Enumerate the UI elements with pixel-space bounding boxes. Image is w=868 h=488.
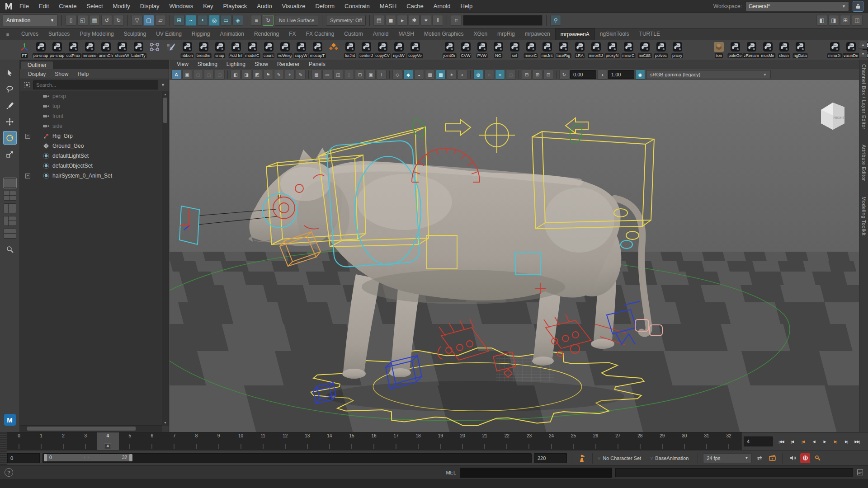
viewport-menu-view[interactable]: View (172, 61, 193, 67)
outliner-menu-display[interactable]: Display (24, 71, 49, 77)
menu-edit[interactable]: Edit (34, 3, 54, 9)
shelf-button-clean[interactable]: clean (776, 41, 792, 60)
select-tool[interactable] (3, 66, 17, 80)
script-editor-icon[interactable] (857, 469, 863, 476)
resolution-gate-icon[interactable]: ◫ (333, 70, 343, 80)
construction-history-icon[interactable]: ↻ (263, 15, 274, 26)
outliner-item-ground_geo[interactable]: Ground_Geo (20, 141, 162, 151)
shadows-icon[interactable]: ◐ (458, 70, 467, 80)
menu-audio[interactable]: Audio (252, 3, 277, 9)
menu-set-dropdown[interactable]: Animation▼ (3, 14, 58, 26)
step-forward-key-button[interactable]: ▶| (830, 436, 841, 446)
camera-attributes-icon[interactable]: ◧ (231, 70, 241, 80)
shelf-tab-uv-editing[interactable]: UV Editing (151, 28, 187, 40)
outliner-menu-help[interactable]: Help (74, 71, 92, 77)
shelf-button-animch[interactable]: animCh (98, 41, 114, 60)
chevron-down-icon[interactable]: ▼ (161, 83, 165, 87)
smooth-shade-icon[interactable]: ◆ (403, 70, 413, 80)
shelf-tab-xgen[interactable]: XGen (468, 28, 492, 40)
toggle-modeling-toolkit-icon[interactable]: ◧ (816, 15, 827, 26)
shelf-button-furjnt[interactable]: furJnt (342, 41, 358, 60)
time-slider-grip[interactable] (0, 432, 7, 450)
step-back-key-button[interactable]: |◀ (797, 436, 808, 446)
frame-selected-icon[interactable]: ▢ (193, 70, 203, 80)
annotate-icon[interactable]: ✎ (296, 70, 306, 80)
step-forward-frame-button[interactable]: ▶| (841, 436, 852, 446)
select-object-icon[interactable]: ▢ (143, 15, 154, 26)
gate-mask-icon[interactable]: ▯ (344, 70, 354, 80)
menu-constrain[interactable]: Constrain (340, 3, 375, 9)
shelf-tab-rigging[interactable]: Rigging (187, 28, 215, 40)
character-set-icon[interactable] (577, 453, 587, 463)
play-forwards-button[interactable]: ▶ (819, 436, 830, 446)
textured-icon[interactable]: ▩ (425, 70, 435, 80)
viewport-menu-panels[interactable]: Panels (304, 61, 330, 67)
menu-deform[interactable]: Deform (310, 3, 340, 9)
grid-icon[interactable]: ▦ (311, 70, 321, 80)
playblast-icon[interactable] (767, 453, 777, 463)
help-icon[interactable]: ? (5, 468, 13, 477)
snap-point-icon[interactable]: • (197, 15, 208, 26)
pan-zoom-icon[interactable]: + (285, 70, 295, 80)
shelf-button-mocapt[interactable]: mocapT (309, 41, 326, 60)
toggle-attribute-editor-icon[interactable]: ⊞ (840, 15, 851, 26)
shelf-button-ft[interactable]: FT (16, 41, 33, 60)
step-back-frame-button[interactable]: |◀ (787, 436, 797, 446)
shelf-button-pvw[interactable]: PVW (474, 41, 490, 60)
shelf-button-ribbon[interactable]: ribbon (179, 41, 195, 60)
exposure-icon[interactable]: ↻ (559, 70, 569, 80)
expand-icon[interactable]: + (25, 134, 30, 139)
shelf-tab-surfaces[interactable]: Surfaces (43, 28, 75, 40)
zoom-tool-icon[interactable] (6, 246, 14, 253)
hypershade-persp-layout-button[interactable] (4, 229, 16, 239)
hud-icon[interactable]: T (377, 70, 387, 80)
open-render-view-icon[interactable]: ▤ (373, 15, 384, 26)
range-bar-grip[interactable] (0, 450, 7, 465)
shelf-button-gridnodes[interactable] (146, 41, 163, 60)
motion-blur-icon[interactable]: ◌ (484, 70, 494, 80)
menu-windows[interactable]: Windows (164, 3, 198, 9)
right-tab-modeling-toolkit[interactable]: Modeling Toolkit (861, 197, 867, 236)
menu-cache[interactable]: Cache (401, 3, 429, 9)
select-by-name-icon[interactable]: ⌗ (451, 15, 462, 26)
shelf-button-ng[interactable]: NG (490, 41, 506, 60)
shelf-button-rigdata[interactable]: rigData (792, 41, 808, 60)
select-by-name-input[interactable] (463, 15, 542, 26)
shelf-tab-sculpting[interactable]: Sculpting (119, 28, 151, 40)
scroll-down-icon[interactable]: ▼ (162, 420, 168, 426)
shelf-button-add-inf[interactable]: Add Inf (228, 41, 244, 60)
menu-playback[interactable]: Playback (218, 3, 252, 9)
pause-icon[interactable]: ‖ (432, 15, 443, 26)
current-frame-field[interactable]: 4 (744, 436, 773, 446)
shelf-button-centerj[interactable]: centerJ (358, 41, 374, 60)
select-component-icon[interactable]: ▱ (155, 15, 166, 26)
shelf-menu-icon[interactable]: ≡ (2, 32, 14, 37)
range-start-handle[interactable] (44, 454, 47, 461)
xray-joints-icon[interactable]: ⊡ (543, 70, 553, 80)
shelf-button-copyve[interactable]: copyVe (407, 41, 423, 60)
filter-icon[interactable] (24, 82, 30, 89)
ambient-occlusion-icon[interactable]: ◍ (473, 70, 483, 80)
colorspace-dropdown[interactable]: sRGB gamma (legacy)▼ (646, 70, 771, 79)
shelf-button-modelc[interactable]: modelC (244, 41, 260, 60)
shelf-tab-fx[interactable]: FX (284, 28, 301, 40)
gamma-field[interactable]: 1.00 (608, 70, 634, 79)
viewport-menu-renderer[interactable]: Renderer (273, 61, 304, 67)
shelf-button-lion[interactable]: lion (711, 41, 727, 60)
auto-keyframe-toggle[interactable] (800, 453, 810, 463)
shelf-button-copycv[interactable]: copyCV (374, 41, 391, 60)
undo-icon[interactable]: ↺ (101, 15, 112, 26)
shelf-button-sharew[interactable]: shareW (114, 41, 130, 60)
shelf-button-vacinde[interactable]: vacinDe (843, 41, 859, 60)
outliner-item-top[interactable]: top (20, 101, 162, 111)
safe-title-icon[interactable]: ▣ (366, 70, 376, 80)
use-default-material-icon[interactable]: ▩ (436, 70, 446, 80)
mute-audio-icon[interactable] (788, 453, 797, 463)
shelf-tab-mash[interactable]: MASH (393, 28, 419, 40)
shelf-button-po-snap[interactable]: po-snap (49, 41, 65, 60)
outliner-item-rig_grp[interactable]: +Rig_Grp (20, 131, 162, 141)
shelf-button-copyw[interactable]: copyW (293, 41, 309, 60)
shelf-tab-custom[interactable]: Custom (339, 28, 368, 40)
command-input[interactable] (460, 468, 612, 478)
shelf-button-labelty[interactable]: LabelTy (130, 41, 146, 60)
